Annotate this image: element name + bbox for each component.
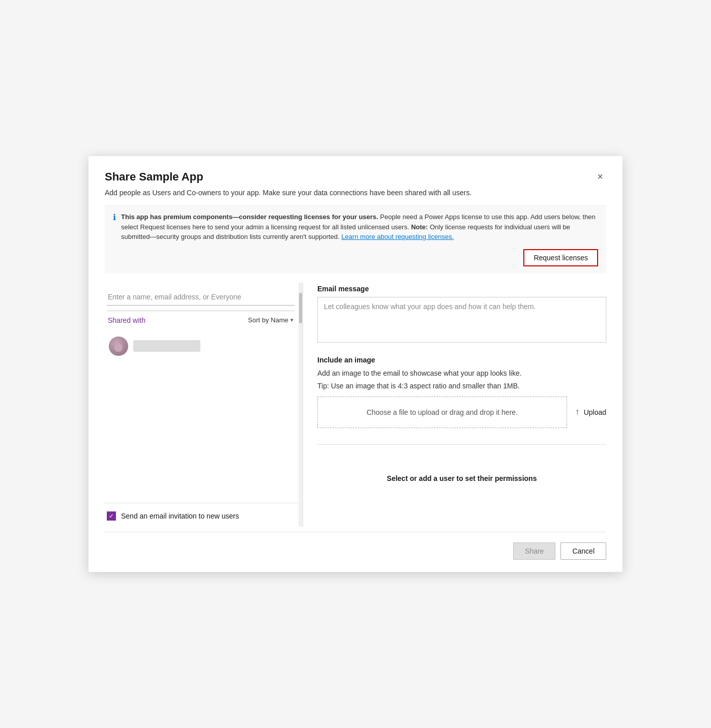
email-checkbox-row: ✓ Send an email invitation to new users xyxy=(105,503,303,527)
scrollbar[interactable] xyxy=(299,283,303,527)
info-banner-note-bold: Note: xyxy=(411,223,428,231)
left-wrapper: Shared with Sort by Name ▾ xyxy=(105,283,303,527)
include-image-section: Include an image Add an image to the ema… xyxy=(317,354,606,428)
include-image-desc2: Tip: Use an image that is 4:3 aspect rat… xyxy=(317,381,606,391)
dialog-header: Share Sample App × xyxy=(105,170,606,184)
learn-more-link[interactable]: Learn more about requesting licenses. xyxy=(341,233,454,240)
sort-by-dropdown[interactable]: Sort by Name ▾ xyxy=(248,316,293,324)
upload-area: Choose a file to upload or drag and drop… xyxy=(317,397,606,428)
request-licenses-button[interactable]: Request licenses xyxy=(523,249,598,266)
info-banner: ℹ This app has premium components—consid… xyxy=(105,205,606,274)
shared-with-bar: Shared with Sort by Name ▾ xyxy=(107,311,294,328)
shared-with-label[interactable]: Shared with xyxy=(108,316,145,324)
share-button[interactable]: Share xyxy=(513,542,555,560)
email-invitation-checkbox[interactable]: ✓ xyxy=(107,511,116,521)
info-icon: ℹ xyxy=(113,213,116,222)
upload-button[interactable]: ↑ Upload xyxy=(575,407,606,417)
user-name-label xyxy=(133,340,200,352)
left-panel: Shared with Sort by Name ▾ xyxy=(105,283,303,527)
search-input[interactable] xyxy=(107,289,294,306)
email-message-section: Email message xyxy=(317,283,606,354)
info-banner-bold: This app has premium components—consider… xyxy=(121,213,378,221)
checkmark-icon: ✓ xyxy=(109,513,114,519)
list-item xyxy=(107,332,294,360)
dialog-title: Share Sample App xyxy=(105,170,203,184)
include-image-desc1: Add an image to the email to showcase wh… xyxy=(317,368,606,379)
avatar xyxy=(109,337,128,356)
drop-zone[interactable]: Choose a file to upload or drag and drop… xyxy=(317,397,567,428)
main-content: Shared with Sort by Name ▾ xyxy=(105,283,606,527)
dialog-footer: Share Cancel xyxy=(105,532,606,560)
left-panel-inner: Shared with Sort by Name ▾ xyxy=(105,283,303,503)
scrollbar-thumb xyxy=(299,293,302,323)
chevron-down-icon: ▾ xyxy=(290,317,293,323)
upload-label: Upload xyxy=(584,408,606,416)
cancel-button[interactable]: Cancel xyxy=(560,542,606,560)
user-list xyxy=(107,328,294,503)
email-invitation-label: Send an email invitation to new users xyxy=(121,512,239,520)
permissions-placeholder: Select or add a user to set their permis… xyxy=(317,454,606,482)
include-image-label: Include an image xyxy=(317,356,606,364)
close-button[interactable]: × xyxy=(594,170,606,183)
search-section xyxy=(107,289,294,311)
info-banner-top: ℹ This app has premium components—consid… xyxy=(113,212,598,242)
sort-by-label: Sort by Name xyxy=(248,316,288,324)
dialog-subtitle: Add people as Users and Co-owners to you… xyxy=(105,189,606,197)
info-banner-text: This app has premium components—consider… xyxy=(121,212,598,242)
email-message-textarea[interactable] xyxy=(317,297,606,343)
right-panel: Email message Include an image Add an im… xyxy=(303,283,606,527)
share-dialog: Share Sample App × Add people as Users a… xyxy=(88,156,623,572)
email-section-label: Email message xyxy=(317,285,606,293)
divider xyxy=(317,444,606,445)
avatar-image xyxy=(109,337,128,356)
upload-icon: ↑ xyxy=(575,407,580,417)
request-licenses-row: Request licenses xyxy=(113,249,598,266)
